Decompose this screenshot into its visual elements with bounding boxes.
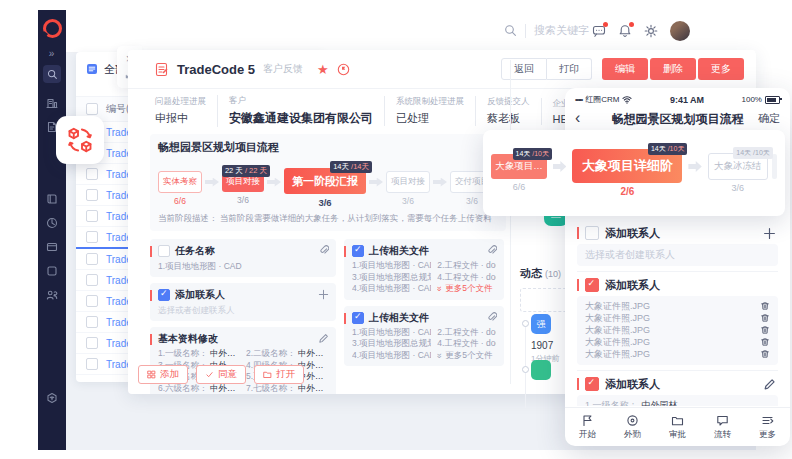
stage-progress: 3/6 <box>732 183 745 193</box>
task-title: 基本资料修改 <box>158 332 218 346</box>
search-placeholder: 搜索关键字 <box>534 23 589 38</box>
toolbar-label: 审批 <box>669 429 686 441</box>
project-flow-card: 畅想园景区规划项目流程 实体考察6/622 天 / 22 天项目对接3/614天… <box>150 134 506 231</box>
file-row: 大象证件照.JPG <box>585 325 770 335</box>
task-checkbox[interactable] <box>585 226 599 240</box>
row-checkbox[interactable] <box>86 210 98 222</box>
file-row: 大象证件照.JPG <box>585 313 770 323</box>
task-accent-bar <box>577 378 579 390</box>
toolbar-more-button[interactable]: 更多 <box>745 408 790 446</box>
stage-name-button[interactable]: 实体考察 <box>158 171 202 193</box>
file-item: 3.项目地地形图总规划… · CAD <box>352 272 431 284</box>
task-checkbox[interactable] <box>585 377 599 391</box>
toolbar-label: 外勤 <box>624 429 641 441</box>
pencil-icon[interactable] <box>763 378 776 391</box>
back-chevron-icon[interactable]: ‹ <box>575 108 580 128</box>
row-checkbox[interactable] <box>86 274 98 286</box>
record-type-tag: 客户反馈 <box>263 62 303 76</box>
sidebar-cards-icon[interactable] <box>46 241 58 253</box>
timeline-node <box>522 366 529 373</box>
row-checkbox[interactable] <box>86 168 98 180</box>
favorite-star-icon[interactable]: ★ <box>317 62 329 77</box>
check-icon <box>205 370 214 379</box>
toolbar-approve-button[interactable]: 审批 <box>655 408 700 446</box>
pencil-icon[interactable] <box>318 333 329 344</box>
add-button[interactable]: 添加 <box>138 365 188 384</box>
file-name: 大象证件照.JPG <box>585 301 650 311</box>
agree-button[interactable]: 同意 <box>196 365 246 384</box>
row-checkbox[interactable] <box>86 253 98 265</box>
file-name: 大象证件照.JPG <box>585 349 650 359</box>
task-checkbox[interactable] <box>585 278 599 292</box>
task-card: 上传相关文件1.项目地地形图 · CAD2.工程文件 · docx3.项目地地形… <box>344 239 504 300</box>
floating-sync-widget[interactable] <box>56 116 104 164</box>
row-checkbox[interactable] <box>86 295 98 307</box>
row-checkbox[interactable] <box>86 337 98 349</box>
task-card: 添加联系人选择或者创建联系人 <box>150 283 336 321</box>
paperclip-icon[interactable] <box>486 245 497 256</box>
trash-icon[interactable] <box>760 337 770 347</box>
settings-gear-icon[interactable] <box>644 24 658 38</box>
file-item: 4.工程文件 · docx <box>437 338 496 350</box>
flow-title: 畅想园景区规划项目流程 <box>158 140 498 155</box>
global-search-input[interactable]: 搜索关键字 <box>504 23 589 38</box>
task-checkbox[interactable] <box>352 245 364 257</box>
stage-arrow-icon <box>369 178 383 187</box>
task-accent-bar <box>150 290 152 301</box>
sidebar-settings-icon[interactable] <box>46 392 58 404</box>
field: 系统限制处理进展已处理 <box>384 96 475 126</box>
toolbar-label: 开始 <box>579 429 596 441</box>
mobile-flow-popup: 14天 /10天大象项目…6/614天 /10天大象项目详细阶2/614天 /1… <box>483 130 785 216</box>
toolbar-start-button[interactable]: 开始 <box>565 408 610 446</box>
flow-stage: 实体考察6/6 <box>158 171 202 206</box>
stage-name-button[interactable]: 项目对接 <box>386 171 430 193</box>
row-checkbox[interactable] <box>86 358 98 370</box>
sidebar-customers-icon[interactable] <box>46 97 58 109</box>
flag-badge-icon[interactable] <box>337 63 350 76</box>
task-checkbox[interactable] <box>158 245 170 257</box>
more-files-button[interactable]: «更多5个文件 <box>437 283 496 295</box>
messages-icon[interactable] <box>592 24 606 38</box>
field: 问题处理进展申报中 <box>144 96 217 126</box>
task-title: 添加联系人 <box>605 278 660 293</box>
open-button[interactable]: 打开 <box>254 365 304 384</box>
trash-icon[interactable] <box>760 349 770 359</box>
trash-icon[interactable] <box>760 325 770 335</box>
task-title: 上传相关文件 <box>369 244 429 258</box>
sidebar-search-icon[interactable] <box>43 65 61 83</box>
row-checkbox[interactable] <box>86 189 98 201</box>
task-checkbox[interactable] <box>158 289 170 301</box>
sidebar-knowledge-icon[interactable] <box>46 193 58 205</box>
user-avatar[interactable] <box>670 21 690 41</box>
paperclip-icon[interactable] <box>318 245 329 256</box>
paperclip-icon[interactable] <box>486 312 497 323</box>
select-all-checkbox[interactable] <box>86 103 98 115</box>
more-files-button[interactable]: «更多5个文件 <box>437 350 496 362</box>
toolbar-field-button[interactable]: 外勤 <box>610 408 655 446</box>
trash-icon[interactable] <box>760 313 770 323</box>
sidebar-collapse-icon[interactable]: » <box>49 48 56 59</box>
sidebar-apps-icon[interactable] <box>46 265 58 277</box>
plus-icon[interactable] <box>318 289 329 300</box>
field-label: 客户 <box>229 95 373 107</box>
field-value: 安徽鑫通建设集团有限公司 <box>229 110 373 127</box>
stage-arrow-icon <box>433 178 447 187</box>
toolbar-flow-button[interactable]: 流转 <box>700 408 745 446</box>
field-label: 系统限制处理进展 <box>396 96 464 108</box>
stage-progress: 3/6 <box>237 195 249 205</box>
task-checkbox[interactable] <box>352 312 364 324</box>
sidebar-team-icon[interactable] <box>46 289 58 301</box>
stage-progress: 3/6 <box>402 196 414 206</box>
stage-duration-badge: 14天 /10天 <box>733 147 772 159</box>
notifications-bell-icon[interactable] <box>618 24 632 38</box>
plus-icon[interactable] <box>763 227 776 240</box>
file-item: 2.工程文件 · docx <box>437 327 496 339</box>
flow-icon <box>716 414 729 427</box>
sidebar-reports-icon[interactable] <box>46 217 58 229</box>
battery-icon <box>765 96 780 104</box>
row-checkbox[interactable] <box>86 316 98 328</box>
row-checkbox[interactable] <box>86 231 98 243</box>
file-name: 大象证件照.JPG <box>585 313 650 323</box>
trash-icon[interactable] <box>760 301 770 311</box>
confirm-button[interactable]: 确定 <box>758 111 780 126</box>
